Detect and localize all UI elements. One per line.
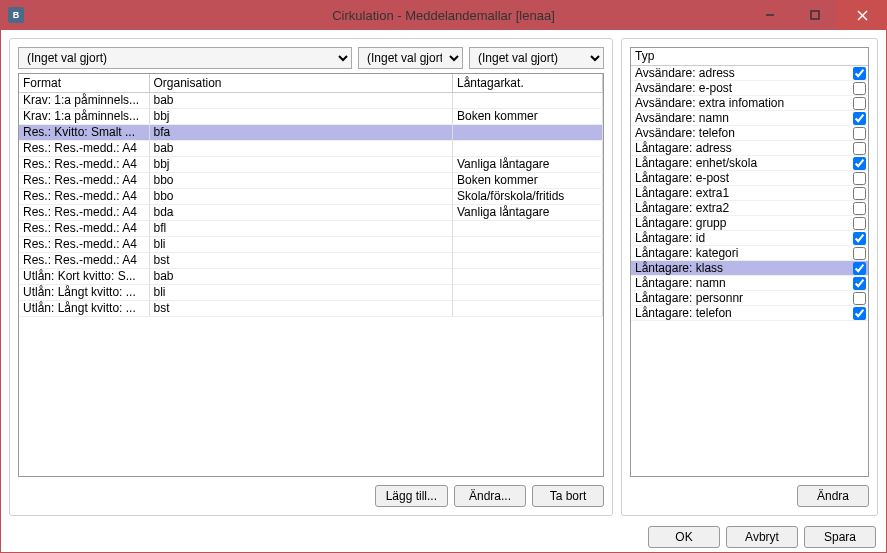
- typ-checkbox[interactable]: [853, 202, 866, 215]
- typ-row[interactable]: Låntagare: kategori: [631, 246, 868, 261]
- typ-checkbox[interactable]: [853, 157, 866, 170]
- table-row[interactable]: Res.: Res.-medd.: A4bboSkola/förskola/fr…: [19, 188, 603, 204]
- typ-edit-button[interactable]: Ändra: [797, 485, 869, 507]
- typ-checkbox[interactable]: [853, 67, 866, 80]
- typ-checkbox[interactable]: [853, 172, 866, 185]
- cell-org: bda: [149, 204, 453, 220]
- templates-table-wrap[interactable]: Format Organisation Låntagarkat. Krav: 1…: [18, 73, 604, 477]
- cell-format: Res.: Kvitto: Smalt ...: [19, 124, 149, 140]
- table-row[interactable]: Krav: 1:a påminnels...bbjBoken kommer: [19, 108, 603, 124]
- cell-org: bfl: [149, 220, 453, 236]
- add-button[interactable]: Lägg till...: [375, 485, 448, 507]
- typ-checkbox[interactable]: [853, 247, 866, 260]
- minimize-button[interactable]: [747, 0, 792, 30]
- typ-label: Låntagare: enhet/skola: [635, 156, 853, 171]
- typ-label: Avsändare: telefon: [635, 126, 853, 141]
- ok-button[interactable]: OK: [648, 526, 720, 548]
- cell-lant: [453, 140, 603, 156]
- typ-checkbox[interactable]: [853, 82, 866, 95]
- table-row[interactable]: Utlån: Kort kvitto: S...bab: [19, 268, 603, 284]
- edit-button[interactable]: Ändra...: [454, 485, 526, 507]
- cell-format: Res.: Res.-medd.: A4: [19, 204, 149, 220]
- typ-checkbox[interactable]: [853, 127, 866, 140]
- filter-dropdown-3[interactable]: (Inget val gjort): [469, 47, 604, 69]
- table-row[interactable]: Utlån: Långt kvitto: ...bli: [19, 284, 603, 300]
- typ-header[interactable]: Typ: [631, 48, 868, 66]
- cell-format: Utlån: Kort kvitto: S...: [19, 268, 149, 284]
- cell-org: bbj: [149, 156, 453, 172]
- typ-row[interactable]: Låntagare: namn: [631, 276, 868, 291]
- delete-button[interactable]: Ta bort: [532, 485, 604, 507]
- typ-row[interactable]: Låntagare: adress: [631, 141, 868, 156]
- typ-checkbox[interactable]: [853, 232, 866, 245]
- table-row[interactable]: Res.: Kvitto: Smalt ...bfa: [19, 124, 603, 140]
- cell-org: bst: [149, 252, 453, 268]
- col-header-lant[interactable]: Låntagarkat.: [453, 74, 603, 92]
- typ-checkbox[interactable]: [853, 217, 866, 230]
- typ-checkbox[interactable]: [853, 142, 866, 155]
- typ-row[interactable]: Låntagare: grupp: [631, 216, 868, 231]
- close-button[interactable]: [837, 0, 887, 30]
- table-row[interactable]: Res.: Res.-medd.: A4bbjVanliga låntagare: [19, 156, 603, 172]
- typ-label: Låntagare: extra1: [635, 186, 853, 201]
- cell-org: bbj: [149, 108, 453, 124]
- typ-label: Låntagare: telefon: [635, 306, 853, 321]
- typ-row[interactable]: Låntagare: klass: [631, 261, 868, 276]
- typ-checkbox[interactable]: [853, 262, 866, 275]
- templates-table: Format Organisation Låntagarkat. Krav: 1…: [19, 74, 603, 317]
- table-row[interactable]: Res.: Res.-medd.: A4bst: [19, 252, 603, 268]
- typ-row[interactable]: Låntagare: personnr: [631, 291, 868, 306]
- cell-lant: [453, 220, 603, 236]
- typ-checkbox[interactable]: [853, 97, 866, 110]
- typ-row[interactable]: Låntagare: id: [631, 231, 868, 246]
- typ-row[interactable]: Låntagare: telefon: [631, 306, 868, 321]
- typ-row[interactable]: Låntagare: e-post: [631, 171, 868, 186]
- table-row[interactable]: Res.: Res.-medd.: A4bboBoken kommer: [19, 172, 603, 188]
- col-header-org[interactable]: Organisation: [149, 74, 453, 92]
- cell-format: Res.: Res.-medd.: A4: [19, 252, 149, 268]
- typ-row[interactable]: Låntagare: extra1: [631, 186, 868, 201]
- typ-row[interactable]: Låntagare: extra2: [631, 201, 868, 216]
- filter-dropdown-2[interactable]: (Inget val gjort): [358, 47, 463, 69]
- window-body: (Inget val gjort) (Inget val gjort) (Ing…: [0, 30, 887, 553]
- filter-row: (Inget val gjort) (Inget val gjort) (Ing…: [18, 47, 604, 69]
- typ-checkbox[interactable]: [853, 112, 866, 125]
- cell-format: Res.: Res.-medd.: A4: [19, 220, 149, 236]
- table-row[interactable]: Res.: Res.-medd.: A4bdaVanliga låntagare: [19, 204, 603, 220]
- typ-checkbox[interactable]: [853, 307, 866, 320]
- cell-org: bbo: [149, 172, 453, 188]
- table-row[interactable]: Res.: Res.-medd.: A4bab: [19, 140, 603, 156]
- cell-org: bli: [149, 284, 453, 300]
- typ-label: Låntagare: id: [635, 231, 853, 246]
- typ-label: Låntagare: kategori: [635, 246, 853, 261]
- typ-label: Låntagare: extra2: [635, 201, 853, 216]
- table-row[interactable]: Res.: Res.-medd.: A4bli: [19, 236, 603, 252]
- filter-dropdown-1[interactable]: (Inget val gjort): [18, 47, 352, 69]
- typ-row[interactable]: Avsändare: e-post: [631, 81, 868, 96]
- table-row[interactable]: Krav: 1:a påminnels...bab: [19, 92, 603, 108]
- table-row[interactable]: Res.: Res.-medd.: A4bfl: [19, 220, 603, 236]
- cell-lant: Vanliga låntagare: [453, 156, 603, 172]
- typ-checkbox[interactable]: [853, 187, 866, 200]
- maximize-button[interactable]: [792, 0, 837, 30]
- cell-lant: Vanliga låntagare: [453, 204, 603, 220]
- typ-row[interactable]: Avsändare: namn: [631, 111, 868, 126]
- save-button[interactable]: Spara: [804, 526, 876, 548]
- table-row[interactable]: Utlån: Långt kvitto: ...bst: [19, 300, 603, 316]
- typ-label: Låntagare: adress: [635, 141, 853, 156]
- cell-lant: [453, 300, 603, 316]
- typ-row[interactable]: Avsändare: adress: [631, 66, 868, 81]
- col-header-format[interactable]: Format: [19, 74, 149, 92]
- typ-row[interactable]: Låntagare: enhet/skola: [631, 156, 868, 171]
- cell-format: Res.: Res.-medd.: A4: [19, 172, 149, 188]
- typ-label: Låntagare: klass: [635, 261, 853, 276]
- typ-label: Avsändare: namn: [635, 111, 853, 126]
- typ-row[interactable]: Avsändare: extra infomation: [631, 96, 868, 111]
- cancel-button[interactable]: Avbryt: [726, 526, 798, 548]
- typ-label: Avsändare: adress: [635, 66, 853, 81]
- typ-checkbox[interactable]: [853, 277, 866, 290]
- typ-list-wrap[interactable]: Typ Avsändare: adressAvsändare: e-postAv…: [630, 47, 869, 477]
- typ-row[interactable]: Avsändare: telefon: [631, 126, 868, 141]
- window-controls: [747, 0, 887, 30]
- typ-checkbox[interactable]: [853, 292, 866, 305]
